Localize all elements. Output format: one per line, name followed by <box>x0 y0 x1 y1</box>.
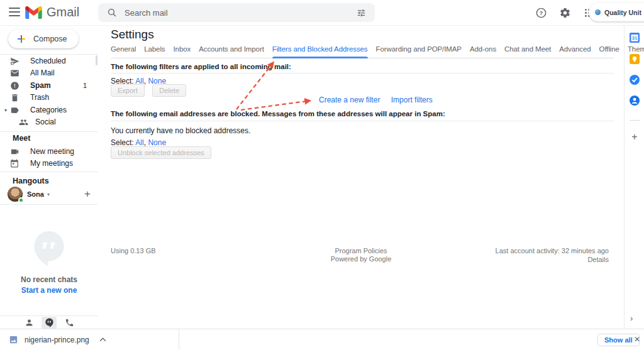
sidebar-item-categories[interactable]: ▾ Categories <box>0 104 94 116</box>
contacts-tab-person-icon[interactable] <box>21 317 36 329</box>
sidebar-item-scheduled[interactable]: Scheduled <box>0 55 94 67</box>
svg-text:31: 31 <box>632 35 637 41</box>
tab-add-ons[interactable]: Add-ons <box>470 45 496 58</box>
export-button[interactable]: Export <box>111 84 145 97</box>
tab-offline[interactable]: Offline <box>599 45 619 58</box>
section-divider <box>111 121 614 121</box>
contact-caret-down-icon: ▾ <box>47 192 50 197</box>
download-menu-caret-icon[interactable] <box>99 337 106 342</box>
create-new-filter-link[interactable]: Create a new filter <box>319 96 380 104</box>
select-all-link[interactable]: All <box>135 138 143 147</box>
schedule-send-icon <box>10 57 20 66</box>
tab-advanced[interactable]: Advanced <box>559 45 591 58</box>
tab-inbox[interactable]: Inbox <box>174 45 191 58</box>
filters-buttons-row: Export Delete <box>111 84 186 97</box>
account-badge[interactable]: Quality Unit <box>589 3 644 21</box>
expand-caret-icon[interactable]: ▾ <box>3 107 9 113</box>
hangouts-section-header: Hangouts <box>13 177 49 185</box>
gmail-logo-icon[interactable] <box>25 6 42 19</box>
trash-icon <box>10 93 20 102</box>
footer-right: Last account activity: 32 minutes ago De… <box>496 246 609 264</box>
hangouts-contact-row[interactable]: Sona ▾ + <box>8 186 91 202</box>
no-blocked-addresses-text: You currently have no blocked addresses. <box>111 126 250 135</box>
show-all-downloads-button[interactable]: Show all <box>597 334 640 346</box>
mail-icon <box>10 68 20 78</box>
search-bar[interactable] <box>98 3 375 22</box>
account-org-icon <box>595 9 601 15</box>
google-contacts-icon[interactable] <box>629 95 640 106</box>
sidebar-item-all-mail[interactable]: All Mail <box>0 67 94 79</box>
videocam-icon <box>10 147 20 156</box>
filter-links-row: Create a new filter Import filters <box>319 96 433 104</box>
compose-plus-icon <box>16 33 27 45</box>
meet-section-header: Meet <box>13 134 30 143</box>
gmail-app-window: Gmail ? <box>0 0 644 350</box>
compose-label: Compose <box>33 35 67 43</box>
blocked-buttons-row: Unblock selected addresses <box>111 146 211 159</box>
tab-chat-and-meet[interactable]: Chat and Meet <box>504 45 551 58</box>
google-calendar-icon[interactable]: 31 <box>629 32 640 43</box>
sidebar-item-social[interactable]: Social <box>0 116 94 128</box>
blocked-select-row: Select: All, None <box>111 138 166 147</box>
people-icon <box>19 118 29 127</box>
details-link[interactable]: Details <box>496 255 609 264</box>
right-side-panel: 31 + › <box>624 26 644 329</box>
hangouts-logo-icon <box>32 230 66 266</box>
help-icon[interactable]: ? <box>532 4 550 21</box>
collapse-panel-chevron-icon[interactable]: › <box>630 314 633 323</box>
filters-section-heading: The following filters are applied to all… <box>111 63 291 70</box>
tab-forwarding-and-pop-imap[interactable]: Forwarding and POP/IMAP <box>376 45 462 58</box>
get-addons-plus-icon[interactable]: + <box>629 131 640 143</box>
sidebar-scrollbar[interactable] <box>96 55 97 65</box>
spam-count-badge: 1 <box>83 82 87 89</box>
delete-button[interactable]: Delete <box>152 84 186 97</box>
spam-error-icon <box>10 81 20 90</box>
google-tasks-icon[interactable] <box>629 74 640 85</box>
sidebar-item-spam[interactable]: Spam 1 <box>0 79 94 92</box>
blocked-section-heading: The following email addresses are blocke… <box>111 110 445 118</box>
tab-filters-and-blocked-addresses[interactable]: Filters and Blocked Addresses <box>272 45 368 58</box>
tab-labels[interactable]: Labels <box>144 45 165 58</box>
search-options-tune-icon[interactable] <box>357 8 366 18</box>
search-input[interactable] <box>125 8 348 18</box>
topbar-actions: ? <box>532 0 597 25</box>
calendar-icon <box>10 159 20 168</box>
select-none-link[interactable]: None <box>148 138 166 147</box>
hangouts-empty-state: No recent chats Start a new one <box>0 230 98 295</box>
phone-tab-icon[interactable] <box>62 317 77 329</box>
sidebar-divider <box>0 172 98 172</box>
product-name: Gmail <box>47 5 79 19</box>
compose-button[interactable]: Compose <box>8 30 79 48</box>
no-recent-chats-text: No recent chats <box>0 275 98 284</box>
close-shelf-icon[interactable]: ✕ <box>634 335 640 344</box>
page-title: Settings <box>111 28 154 41</box>
sidebar-item-new-meeting[interactable]: New meeting <box>0 145 94 158</box>
hamburger-menu-icon[interactable] <box>9 8 20 16</box>
hangouts-tab-icon[interactable] <box>42 317 57 329</box>
section-divider <box>111 73 614 74</box>
sidebar-divider <box>0 204 98 205</box>
sidebar-item-trash[interactable]: Trash <box>0 91 94 104</box>
settings-gear-icon[interactable] <box>556 4 574 21</box>
tab-accounts-and-import[interactable]: Accounts and Import <box>199 45 264 58</box>
sidebar-divider <box>0 131 98 132</box>
settings-main: Settings General Labels Inbox Accounts a… <box>98 26 624 329</box>
download-item[interactable]: nigerian-prince.png <box>0 329 179 350</box>
download-filename: nigerian-prince.png <box>25 336 89 344</box>
panel-divider <box>630 120 640 121</box>
left-sidebar: Compose Scheduled All Mail Spam 1 <box>0 26 98 329</box>
unblock-selected-button[interactable]: Unblock selected addresses <box>111 146 211 159</box>
sidebar-item-my-meetings[interactable]: My meetings <box>0 157 94 170</box>
search-icon[interactable] <box>107 8 117 18</box>
sidebar-bottom-tabs <box>0 315 98 329</box>
tab-general[interactable]: General <box>111 45 136 58</box>
add-contact-plus-icon[interactable]: + <box>84 188 91 200</box>
contact-name: Sona <box>27 190 44 198</box>
start-new-chat-link[interactable]: Start a new one <box>0 286 98 295</box>
top-bar: Gmail ? <box>0 0 644 26</box>
last-activity-text: Last account activity: 32 minutes ago <box>496 246 609 255</box>
import-filters-link[interactable]: Import filters <box>391 96 433 104</box>
svg-text:?: ? <box>539 9 542 16</box>
tab-themes[interactable]: Themes <box>628 45 644 58</box>
settings-tabs: General Labels Inbox Accounts and Import… <box>111 45 614 58</box>
